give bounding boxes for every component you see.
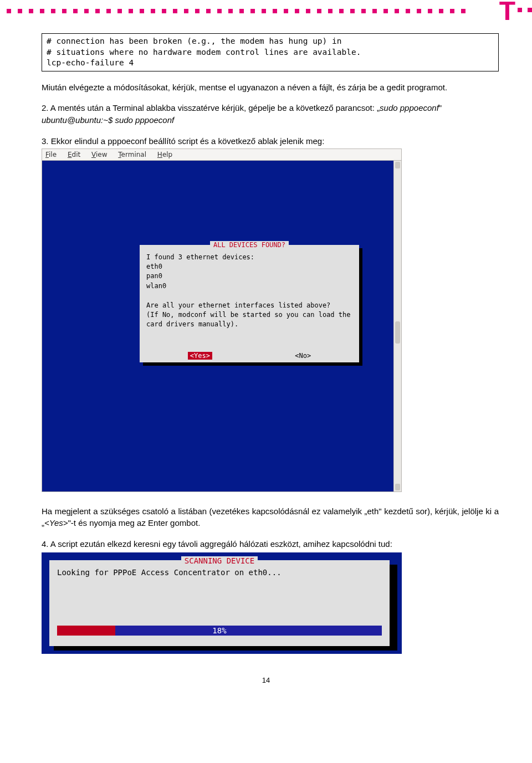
dialog-body: I found 3 ethernet devices: eth0 pan0 wl…: [146, 253, 352, 330]
terminal-menubar[interactable]: FFileile Edit View Terminal Help: [42, 148, 402, 161]
yes-button[interactable]: <Yes>: [188, 352, 212, 360]
paragraph-after-dialog: Ha megjelent a szükséges csatoló a listá…: [42, 505, 499, 530]
header-dots: T: [0, 0, 532, 22]
step-4: 4. A script ezután elkezd keresni egy tá…: [42, 538, 499, 550]
step2-prompt: ubuntu@ubuntu:~$ sudo pppoeconf: [42, 115, 174, 125]
right-dots: [518, 8, 532, 12]
telekom-logo-icon: T: [499, 0, 515, 22]
step2-suffix: ": [439, 103, 442, 112]
menu-edit[interactable]: Edit: [68, 151, 80, 158]
pppoeconf-dialog: ALL DEVICES FOUND? I found 3 ethernet de…: [140, 245, 359, 362]
scan-dialog: SCANNING DEVICE Looking for PPPoE Access…: [49, 560, 390, 646]
no-button[interactable]: <No>: [295, 352, 311, 360]
terminal-window: ALL DEVICES FOUND? I found 3 ethernet de…: [42, 161, 402, 492]
menu-help[interactable]: Help: [157, 151, 172, 158]
step2-text: 2. A mentés után a Terminal ablakba viss…: [42, 103, 380, 112]
menu-view[interactable]: View: [91, 151, 107, 158]
dot-row: [7, 9, 532, 13]
menu-terminal[interactable]: Terminal: [118, 151, 146, 158]
page-number: 14: [0, 676, 532, 690]
scrollbar[interactable]: [393, 161, 401, 491]
dialog-title: ALL DEVICES FOUND?: [140, 241, 359, 249]
scanning-window: SCANNING DEVICE Looking for PPPoE Access…: [42, 552, 402, 654]
step2-command: sudo pppoeconf: [380, 103, 439, 112]
scroll-thumb[interactable]: [395, 321, 400, 344]
progress-bar: 18%: [57, 626, 382, 635]
step-2: 2. A mentés után a Terminal ablakba viss…: [42, 102, 499, 126]
progress-percent: 18%: [57, 626, 382, 635]
paragraph-intro: Miután elvégezte a módosításokat, kérjük…: [42, 81, 499, 94]
scroll-down-icon[interactable]: [395, 484, 400, 490]
scan-title: SCANNING DEVICE: [49, 556, 390, 566]
scroll-up-icon[interactable]: [395, 162, 400, 168]
step-3: 3. Ekkor elindul a pppoeconf beállító sc…: [42, 135, 499, 147]
scan-text: Looking for PPPoE Access Concentrator on…: [57, 568, 382, 577]
menu-file[interactable]: FFileile: [45, 151, 57, 158]
code-block: # connection has been broken (e.g., the …: [42, 33, 499, 71]
